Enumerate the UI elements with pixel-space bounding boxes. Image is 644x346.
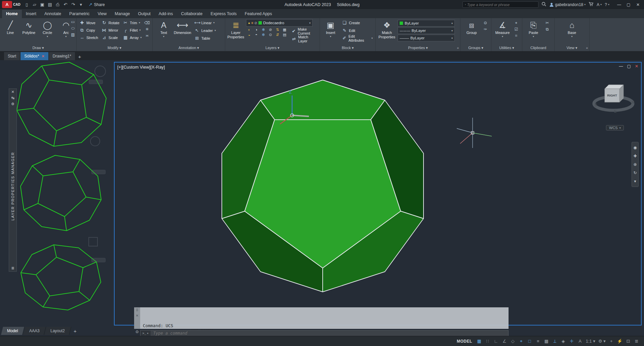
layer-on-icon[interactable]: ◒ (246, 33, 252, 37)
tab-output[interactable]: Output (134, 10, 155, 18)
close-palette-icon[interactable]: ✕ (11, 90, 14, 94)
workspace-switching-icon[interactable]: ⚙ ▾ (597, 337, 607, 345)
wireframe-dodecahedron-3[interactable] (21, 245, 101, 310)
quick-calc-icon[interactable]: ⌗ (513, 33, 519, 38)
layer-walk-icon[interactable]: ▦ (281, 28, 288, 32)
utilities-panel-title[interactable]: Utilities ▾ (491, 45, 522, 51)
layer-unlock2-icon[interactable]: ⊙ (267, 33, 274, 37)
grip-dots-icon[interactable]: ⠿ (136, 308, 138, 312)
graphics-performance-icon[interactable]: ⚡ (616, 337, 624, 345)
snap-icon[interactable]: ∷ (484, 337, 492, 345)
fillet-button[interactable]: ╭ Fillet ▾ (122, 27, 143, 34)
linetype-dropdown[interactable]: — — — ByLayer ▾ (398, 27, 455, 34)
insert-block-button[interactable]: ▣ Insert ▾ (322, 19, 339, 38)
account-menu[interactable]: gabebrandon18 ▾ (549, 2, 586, 7)
trim-button[interactable]: ✂ Trim ▾ (122, 19, 143, 26)
properties-panel-title[interactable]: Properties ▾ » (376, 45, 460, 51)
undo-icon[interactable]: ↶ (62, 1, 69, 8)
tab-collaborate[interactable]: Collaborate (177, 10, 206, 18)
pan-icon[interactable]: ✚ (633, 154, 637, 158)
viewport-controls[interactable]: [+][Custom View][X-Ray] (117, 65, 165, 70)
layer-isolate-icon[interactable]: ◑ (253, 28, 259, 32)
hatch-tool-icon[interactable]: ▨ (70, 32, 76, 37)
erase-icon[interactable]: ⌫ (144, 21, 150, 25)
viewport-minimize-button[interactable]: — (619, 64, 623, 69)
leader-tool[interactable]: ↖ Leader ▾ (193, 27, 217, 34)
object-snap-icon[interactable]: □ (526, 337, 534, 345)
edit-block-button[interactable]: ✎ Edit ▾ (341, 27, 374, 34)
groups-panel-title[interactable]: Groups ▾ (460, 45, 491, 51)
make-current-button[interactable]: ✔ Make Current (290, 28, 318, 35)
line-tool[interactable]: ╱ Line ▾ (2, 19, 19, 35)
layer-delete-icon[interactable]: ▤ (281, 33, 288, 37)
close-button[interactable]: ✕ (633, 0, 643, 9)
layer-merge-icon[interactable]: ⇵ (274, 33, 281, 37)
lineweight-icon[interactable]: ≡ (534, 337, 542, 345)
dynamic-ucs-icon[interactable]: ⟂ (551, 337, 559, 345)
lineweight-dropdown[interactable]: ——— ByLayer ▾ (398, 35, 455, 41)
maximize-button[interactable]: ▢ (624, 0, 633, 9)
ortho-icon[interactable]: ∟ (492, 337, 500, 345)
wireframe-dodecahedron-2[interactable] (21, 155, 101, 231)
minimize-button[interactable]: — (614, 0, 624, 9)
circle-tool[interactable]: ◯ Circle ▾ (39, 19, 56, 38)
clean-screen-icon[interactable]: ⊡ (624, 337, 632, 345)
tab-insert[interactable]: Insert (22, 10, 40, 18)
annotation-panel-title[interactable]: Annotation ▾ (153, 45, 225, 51)
layer-properties-button[interactable]: ≣ Layer Properties (227, 19, 245, 39)
transparency-icon[interactable]: ▩ (542, 337, 551, 345)
tab-featured-apps[interactable]: Featured Apps (241, 10, 276, 18)
stretch-button[interactable]: ↔ Stretch ▾ (78, 34, 99, 41)
block-panel-title[interactable]: Block ▾ (320, 45, 375, 51)
autohide-icon[interactable]: ↹ (11, 96, 14, 100)
save-icon[interactable]: ▣ (39, 1, 46, 8)
layer-unisolate-icon[interactable]: ◓ (253, 33, 259, 37)
dialog-launcher-icon[interactable]: » (457, 45, 459, 51)
new-file-icon[interactable]: ▯ (23, 1, 31, 8)
save-as-icon[interactable]: ▤ (46, 1, 54, 8)
tab-manage[interactable]: Manage (111, 10, 134, 18)
help-menu[interactable]: ? ▾ (605, 2, 609, 7)
navigation-wheel-icon[interactable]: ◉ (633, 145, 637, 150)
table-tool[interactable]: ⊞ Table ▾ (193, 35, 217, 42)
viewcube[interactable]: S E N RIGHT (592, 79, 639, 120)
orbit-icon[interactable]: ↻ (633, 170, 637, 175)
layout-tab-layout2[interactable]: Layout2 (44, 327, 71, 335)
cart-icon[interactable] (589, 2, 594, 7)
layer-thaw-icon[interactable]: ✼ (260, 33, 267, 37)
draw-panel-title[interactable]: Draw ▾ (0, 45, 76, 51)
autodesk-app-icon[interactable]: A ▾ (597, 2, 602, 7)
object-color-dropdown[interactable]: ByLayer ▾ (398, 20, 455, 27)
match-layer-button[interactable]: ⇌ Match Layer (290, 35, 318, 42)
measure-button[interactable]: ∡ Measure ▾ (493, 19, 512, 38)
layout-tab-aaa3[interactable]: AAA3 (23, 327, 46, 335)
explode-icon[interactable]: ✳ (144, 27, 150, 32)
edit-attributes-button[interactable]: ✐ Edit Attributes ▾ (341, 35, 374, 42)
linear-dimension-tool[interactable]: ⟷ Linear ▾ (193, 19, 217, 26)
redo-icon[interactable]: ↷ (70, 1, 77, 8)
annotation-scale-add-icon[interactable]: + (607, 337, 615, 345)
new-layout-button[interactable]: + (74, 328, 77, 334)
command-input[interactable] (151, 331, 508, 336)
tab-home[interactable]: Home (2, 10, 22, 18)
tab-add-ins[interactable]: Add-ins (155, 10, 177, 18)
close-command-window-icon[interactable]: ✕ (136, 314, 138, 317)
tab-annotate[interactable]: Annotate (40, 10, 65, 18)
layers-panel-title[interactable]: Layers ▾ (225, 45, 320, 51)
file-tab-drawing1[interactable]: Drawing1* ✕ (49, 52, 75, 60)
new-drawing-tab-button[interactable]: + (76, 53, 84, 60)
cut-icon[interactable]: ✂ (544, 21, 550, 25)
rectangle-tool-icon[interactable]: ▭ (70, 20, 76, 24)
search-input[interactable] (467, 3, 536, 7)
match-properties-button[interactable]: ❖ Match Properties (377, 19, 396, 39)
layer-lock-icon[interactable]: ⊘ (267, 28, 274, 32)
file-tab-solidos[interactable]: Sólidos* ✕ (21, 52, 48, 60)
dimension-tool[interactable]: ⟷ Dimension ▾ (173, 19, 192, 38)
viewport-close-button[interactable]: ✕ (635, 64, 638, 69)
view-panel-title[interactable]: View ▾ » (555, 45, 589, 51)
3d-object-snap-icon[interactable]: ◈ (559, 337, 567, 345)
layer-dropdown[interactable]: ●✳⊘ Dodecaedro ▾ (246, 19, 313, 27)
search-icon[interactable] (541, 2, 546, 7)
tab-express-tools[interactable]: Express Tools (206, 10, 241, 18)
clipboard-panel-title[interactable]: Clipboard (522, 45, 554, 51)
